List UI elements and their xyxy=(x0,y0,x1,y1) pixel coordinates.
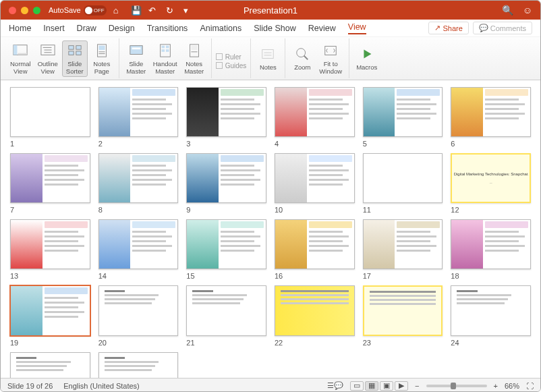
slide-number: 20 xyxy=(98,339,179,347)
zoom-button[interactable]: Zoom xyxy=(289,45,315,72)
outline-view-icon xyxy=(40,43,56,59)
search-icon[interactable]: 🔍 xyxy=(502,5,513,16)
zoom-level[interactable]: 66% xyxy=(505,382,519,390)
svg-rect-23 xyxy=(191,45,197,49)
svg-rect-12 xyxy=(98,45,105,49)
svg-rect-25 xyxy=(262,50,274,59)
slide-sorter-area[interactable]: 1234567891011Digital Marketing Technolog… xyxy=(1,80,540,378)
zoom-out[interactable]: − xyxy=(415,382,419,390)
tab-draw[interactable]: Draw xyxy=(77,24,96,33)
outline-view-button[interactable]: Outline View xyxy=(35,41,61,76)
tab-insert[interactable]: Insert xyxy=(43,24,64,33)
slide-thumb-7[interactable]: 7 xyxy=(10,153,90,214)
guides-checkbox: Guides xyxy=(216,62,247,69)
comments-button[interactable]: 💬Comments xyxy=(473,22,532,34)
slide-thumb-16[interactable]: 16 xyxy=(275,219,355,280)
slide-thumb-5[interactable]: 5 xyxy=(363,87,443,148)
redo-icon[interactable]: ↻ xyxy=(166,5,175,15)
overflow-icon[interactable]: ▾ xyxy=(183,5,193,15)
slide-thumb-26[interactable]: 26 xyxy=(98,352,179,378)
handout-master-button[interactable]: Handout Master xyxy=(150,41,180,76)
notes-button: Notes xyxy=(255,45,281,72)
zoom-icon xyxy=(294,46,310,62)
share-icon: ↗ xyxy=(434,24,440,32)
fit-window-icon xyxy=(322,43,339,59)
tab-review[interactable]: Review xyxy=(308,24,336,33)
slide-number: 2 xyxy=(98,140,179,148)
tab-animations[interactable]: Animations xyxy=(200,24,241,33)
slide-thumb-14[interactable]: 14 xyxy=(98,219,179,280)
slide-thumb-8[interactable]: 8 xyxy=(98,153,179,214)
reading-view-status[interactable]: ▣ xyxy=(380,381,393,391)
slideshow-view-status[interactable]: ▶ xyxy=(395,381,408,391)
svg-rect-2 xyxy=(18,53,28,55)
slide-thumb-2[interactable]: 2 xyxy=(98,87,179,148)
normal-view-button[interactable]: Normal View xyxy=(7,41,34,76)
close-window[interactable] xyxy=(9,7,16,14)
slide-thumb-21[interactable]: 21 xyxy=(186,285,266,346)
slide-number: 17 xyxy=(363,272,443,280)
notes-status-icon[interactable]: ☰💬 xyxy=(327,381,343,390)
zoom-slider[interactable] xyxy=(426,385,487,387)
slide-thumb-15[interactable]: 15 xyxy=(186,219,266,280)
slide-thumb-13[interactable]: 13 xyxy=(10,219,90,280)
slide-thumb-1[interactable]: 1 xyxy=(10,87,90,148)
slide-thumb-20[interactable]: 20 xyxy=(98,285,179,346)
fit-to-window-button[interactable]: Fit to Window xyxy=(316,41,345,76)
slide-thumb-12[interactable]: Digital Marketing Technologies: Snapchat… xyxy=(451,153,531,214)
svg-rect-16 xyxy=(132,47,140,49)
slide-number: 21 xyxy=(186,339,266,347)
sorter-view-status[interactable]: ▦ xyxy=(365,381,378,391)
slide-number: 6 xyxy=(451,140,531,148)
svg-rect-15 xyxy=(130,45,142,54)
macros-button[interactable]: Macros xyxy=(353,45,380,72)
autosave-label: AutoSave xyxy=(49,6,81,14)
notes-page-button[interactable]: Notes Page xyxy=(89,41,115,76)
slide-thumb-22[interactable]: 22 xyxy=(275,285,355,346)
maximize-window[interactable] xyxy=(33,7,40,14)
slide-number: 7 xyxy=(10,206,90,214)
autosave-toggle[interactable]: AutoSave OFF xyxy=(49,5,107,16)
slide-thumb-11[interactable]: 11 xyxy=(363,153,443,214)
tab-home[interactable]: Home xyxy=(9,24,31,33)
notes-icon xyxy=(260,46,276,62)
save-icon[interactable]: 💾 xyxy=(131,5,140,15)
svg-line-29 xyxy=(304,56,308,60)
slide-thumb-3[interactable]: 3 xyxy=(186,87,266,148)
slide-thumb-19[interactable]: 19 xyxy=(10,285,90,346)
tab-view[interactable]: View xyxy=(348,22,366,34)
slide-thumb-17[interactable]: 17 xyxy=(363,219,443,280)
tab-slideshow[interactable]: Slide Show xyxy=(254,24,296,33)
home-icon[interactable]: ⌂ xyxy=(113,5,123,15)
minimize-window[interactable] xyxy=(21,7,28,14)
slide-sorter-button[interactable]: Slide Sorter xyxy=(62,40,88,77)
fit-to-window-status[interactable]: ⛶ xyxy=(526,382,534,390)
zoom-in[interactable]: + xyxy=(494,382,498,390)
slide-thumb-23[interactable]: 23 xyxy=(363,285,443,346)
svg-rect-10 xyxy=(76,51,81,55)
account-icon[interactable]: ☺ xyxy=(523,5,532,16)
normal-view-status[interactable]: ▭ xyxy=(350,381,364,391)
slide-thumb-25[interactable]: 25 xyxy=(10,352,90,378)
status-language[interactable]: English (United States) xyxy=(63,382,140,390)
slide-master-button[interactable]: Slide Master xyxy=(123,41,149,76)
slide-thumb-10[interactable]: 10 xyxy=(275,153,355,214)
tab-transitions[interactable]: Transitions xyxy=(147,24,188,33)
group-presentation-views: Normal View Outline View Slide Sorter No… xyxy=(3,38,119,78)
slide-thumb-4[interactable]: 4 xyxy=(275,87,355,148)
svg-rect-9 xyxy=(69,51,74,55)
ribbon-tabs: Home Insert Draw Design Transitions Anim… xyxy=(1,20,540,37)
notes-master-button[interactable]: Notes Master xyxy=(181,41,207,76)
slide-thumb-24[interactable]: 24 xyxy=(451,285,531,346)
tab-design[interactable]: Design xyxy=(109,24,135,33)
slide-thumb-18[interactable]: 18 xyxy=(451,219,531,280)
svg-marker-31 xyxy=(364,50,371,59)
slide-master-icon xyxy=(128,43,144,59)
slide-number: 13 xyxy=(10,272,90,280)
slide-thumb-9[interactable]: 9 xyxy=(186,153,266,214)
share-button[interactable]: ↗Share xyxy=(428,22,468,34)
slide-thumb-6[interactable]: 6 xyxy=(451,87,531,148)
svg-rect-21 xyxy=(166,49,169,52)
slide-sorter-icon xyxy=(67,43,83,59)
undo-icon[interactable]: ↶ xyxy=(148,5,158,15)
